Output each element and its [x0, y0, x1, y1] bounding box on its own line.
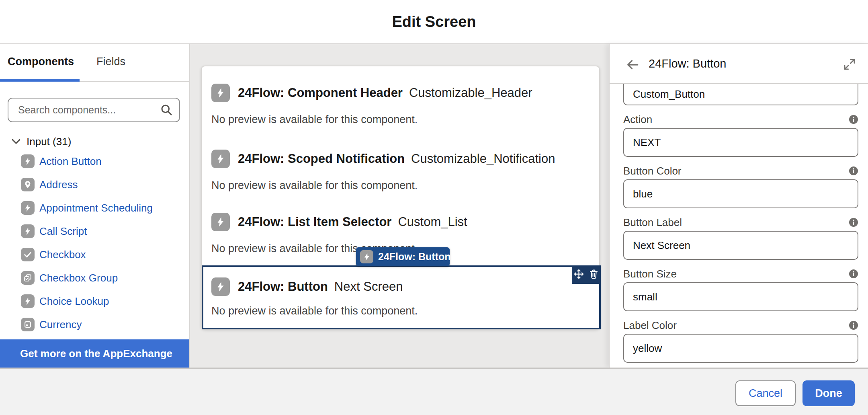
appexchange-banner-label: Get more on the AppExchange [20, 347, 172, 360]
search-input[interactable] [8, 98, 180, 122]
sidebar-item-label: Appointment Scheduling [39, 202, 153, 214]
component-preview-text: No preview is available for this compone… [211, 305, 599, 317]
panel-header: 24Flow: Button [610, 44, 868, 84]
done-button[interactable]: Done [802, 380, 855, 406]
appexchange-banner[interactable]: Get more on the AppExchange [0, 339, 189, 368]
canvas-component[interactable]: 24Flow: Scoped Notification Customizable… [202, 150, 601, 192]
search-box [8, 98, 180, 122]
field-input[interactable]: small [623, 282, 858, 311]
section-label: Input (31) [27, 136, 71, 148]
field-input[interactable]: NEXT [623, 128, 858, 157]
info-icon[interactable] [849, 115, 858, 124]
selection-toolbar [572, 265, 601, 284]
field-group: Button Size small [623, 268, 858, 311]
panel-title: 24Flow: Button [649, 57, 726, 70]
info-icon[interactable] [849, 269, 858, 279]
expand-icon[interactable] [843, 58, 856, 71]
field-input[interactable]: yellow [623, 334, 858, 363]
sidebar-component-item[interactable]: Currency [0, 313, 189, 336]
bolt-icon [211, 213, 230, 231]
component-title: 24Flow: Button [238, 279, 328, 294]
sidebar-component-item[interactable]: Call Script [0, 220, 189, 243]
field-label: Action [623, 113, 652, 126]
screen-preview-card: 24Flow: Component Header Customizable_He… [201, 66, 600, 330]
field-label: Button Size [623, 268, 677, 280]
info-icon[interactable] [849, 166, 858, 176]
currency-icon [21, 318, 35, 331]
panel-body: Custom_Button Action NEXT [623, 84, 858, 363]
info-icon[interactable] [849, 320, 858, 330]
component-title: 24Flow: Scoped Notification [238, 152, 405, 166]
tab-components[interactable]: Components [8, 55, 74, 68]
component-preview-text: No preview is available for this compone… [211, 179, 601, 192]
sidebar-component-item[interactable]: Choice Lookup [0, 290, 189, 313]
active-tab-underline [0, 79, 80, 82]
field-group: Button Label Next Screen [623, 216, 858, 260]
canvas-component[interactable]: 24Flow: Button Next Screen No preview is… [202, 265, 601, 329]
canvas-component[interactable]: 24Flow: Component Header Customizable_He… [202, 84, 601, 126]
component-preview-text: No preview is available for this compone… [211, 113, 601, 126]
sidebar-component-item[interactable]: Address [0, 173, 189, 196]
bolt-icon [21, 154, 35, 168]
component-list: Action Button Address Appointment Schedu… [0, 150, 189, 336]
search-icon[interactable] [160, 103, 173, 116]
page-title: Edit Screen [392, 13, 476, 31]
component-title: 24Flow: List Item Selector [238, 215, 391, 229]
field-group: Button Color blue [623, 165, 858, 208]
field-group: Label Color yellow [623, 319, 858, 363]
screen-canvas: 24Flow: Component Header Customizable_He… [190, 44, 609, 368]
bolt-icon [21, 201, 35, 215]
info-icon[interactable] [849, 218, 858, 227]
component-api-name: Customizable_Header [409, 86, 532, 100]
components-sidebar: Components Fields Input (31) Action Butt… [0, 44, 190, 368]
field-label: Button Color [623, 165, 682, 177]
tab-fields[interactable]: Fields [96, 55, 125, 68]
bolt-icon [211, 150, 230, 168]
field-group: Action NEXT [623, 113, 858, 157]
field-input[interactable]: Next Screen [623, 231, 858, 260]
sidebar-item-label: Action Button [39, 155, 102, 168]
sidebar-tabs: Components Fields [0, 44, 189, 82]
field-label: Button Label [623, 216, 682, 229]
sidebar-item-label: Checkbox Group [39, 272, 118, 284]
checkbox-group-icon [21, 271, 35, 285]
sidebar-component-item[interactable]: Checkbox [0, 243, 189, 266]
sidebar-item-label: Address [39, 179, 78, 191]
section-header-input[interactable]: Input (31) [0, 134, 189, 150]
properties-panel: 24Flow: Button Custom_Button Action [609, 44, 868, 368]
api-name-input[interactable]: Custom_Button [623, 84, 858, 105]
drag-ghost-tooltip: 24Flow: Button [356, 247, 450, 266]
pin-icon [21, 178, 35, 191]
back-arrow-icon[interactable] [626, 58, 639, 72]
bolt-icon [360, 250, 373, 263]
delete-icon[interactable] [588, 269, 599, 281]
field-input[interactable]: blue [623, 179, 858, 208]
bolt-icon [211, 277, 230, 296]
cancel-button[interactable]: Cancel [735, 380, 796, 406]
component-title: 24Flow: Component Header [238, 86, 403, 100]
component-api-name: Customizable_Notification [411, 152, 555, 166]
move-icon[interactable] [573, 269, 584, 281]
bolt-icon [211, 84, 230, 102]
chevron-down-icon [10, 136, 22, 147]
modal-header: Edit Screen [0, 0, 868, 44]
sidebar-component-item[interactable]: Appointment Scheduling [0, 196, 189, 220]
bolt-icon [21, 294, 35, 308]
component-api-name: Next Screen [334, 279, 403, 294]
sidebar-item-label: Call Script [39, 225, 87, 238]
modal-footer: Cancel Done [0, 368, 868, 415]
sidebar-component-item[interactable]: Checkbox Group [0, 266, 189, 290]
check-icon [21, 248, 35, 261]
bolt-icon [21, 224, 35, 238]
drag-ghost-label: 24Flow: Button [378, 251, 451, 263]
component-api-name: Custom_List [398, 215, 467, 229]
sidebar-component-item[interactable]: Action Button [0, 150, 189, 173]
field-list: Action NEXT Button Color [623, 113, 858, 363]
sidebar-item-label: Choice Lookup [39, 295, 109, 308]
sidebar-item-label: Checkbox [39, 249, 86, 261]
field-label: Label Color [623, 319, 677, 332]
sidebar-item-label: Currency [39, 318, 82, 331]
edit-screen-modal: Edit Screen Components Fields Input (31) [0, 0, 868, 415]
